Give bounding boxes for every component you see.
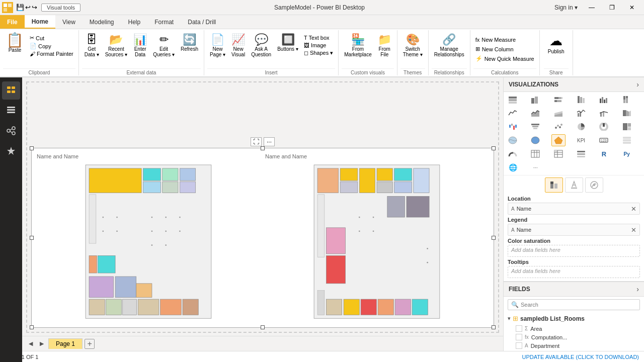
tab-view[interactable]: View <box>55 15 83 29</box>
new-page-btn[interactable]: 📄 NewPage ▾ <box>207 32 228 58</box>
shapes-btn[interactable]: ◻Shapes ▾ <box>302 49 335 57</box>
tab-file[interactable]: File <box>0 15 25 29</box>
get-data-btn[interactable]: 🗄 GetData ▾ <box>82 32 102 58</box>
more-options-btn[interactable]: ··· <box>264 137 275 146</box>
tab-help[interactable]: Help <box>121 15 148 29</box>
field-department-check[interactable] <box>516 342 522 349</box>
field-computation-check[interactable] <box>516 334 522 340</box>
buttons-btn[interactable]: 🔲 Buttons ▾ <box>275 32 301 53</box>
close-btn[interactable]: ✕ <box>622 0 642 15</box>
from-marketplace-btn[interactable]: 🏪 FromMarketplace <box>342 32 374 58</box>
viz-donut[interactable] <box>597 121 611 133</box>
new-measure-btn[interactable]: fxNew Measure <box>473 36 536 44</box>
enter-data-btn[interactable]: 📊 EnterData <box>131 32 149 58</box>
resize-handle-corner-tl[interactable] <box>30 146 34 150</box>
viz-funnel[interactable] <box>528 121 542 133</box>
viz-pie[interactable] <box>574 121 588 133</box>
viz-clustered-col[interactable] <box>597 94 611 106</box>
field-department[interactable]: A Department <box>512 341 644 350</box>
recent-sources-btn[interactable]: 📂 RecentSources ▾ <box>103 32 130 58</box>
viz-analytics-tab[interactable] <box>585 177 603 193</box>
viz-kpi[interactable]: KPI <box>574 134 588 146</box>
viz-python[interactable]: Py <box>620 148 634 160</box>
refresh-btn[interactable]: 🔄 Refresh <box>178 32 201 53</box>
viz-stacked-area[interactable] <box>551 107 566 119</box>
page-prev-btn[interactable]: ◀ <box>26 339 35 348</box>
viz-card[interactable]: 123 <box>597 134 611 146</box>
fields-search-box[interactable]: 🔍 <box>508 299 640 310</box>
viz-filled-map[interactable] <box>528 134 542 146</box>
viz-format-tab[interactable] <box>565 177 583 193</box>
tab-data-drill[interactable]: Data / Drill <box>181 15 223 29</box>
fields-panel-expand[interactable]: › <box>636 285 639 293</box>
new-quick-measure-btn[interactable]: ⚡New Quick Measure <box>473 54 536 63</box>
viz-stacked-bar[interactable] <box>506 94 520 106</box>
viz-gauge[interactable] <box>506 148 520 160</box>
report-view-icon[interactable] <box>2 81 20 100</box>
viz-clustered-bar[interactable] <box>528 94 542 106</box>
image-btn[interactable]: 🖼Image <box>302 42 335 49</box>
status-update[interactable]: UPDATE AVAILABLE (CLICK TO DOWNLOAD) <box>522 354 639 360</box>
page-1-tab[interactable]: Page 1 <box>48 338 83 349</box>
location-x-btn[interactable]: ✕ <box>631 205 636 213</box>
resize-handle-corner-br[interactable] <box>492 325 496 329</box>
paste-btn[interactable]: 📋 Paste <box>3 32 27 54</box>
color-saturation-drop[interactable]: Add data fields here <box>508 245 640 257</box>
viz-scatter[interactable] <box>551 121 566 133</box>
resize-handle-left[interactable] <box>30 236 34 240</box>
resize-handle-top[interactable] <box>261 146 265 150</box>
copy-btn[interactable]: 📄Copy <box>28 42 75 50</box>
new-visual-btn[interactable]: 📈 NewVisual <box>229 32 248 58</box>
viz-slicer[interactable] <box>574 148 588 160</box>
field-area[interactable]: Σ Area <box>512 324 644 333</box>
field-area-check[interactable] <box>516 325 522 332</box>
viz-map[interactable] <box>506 134 520 146</box>
minimize-btn[interactable]: — <box>582 0 602 15</box>
model-view-icon[interactable] <box>2 122 20 140</box>
location-drop[interactable]: A Name ✕ <box>508 203 640 215</box>
legend-x-btn[interactable]: ✕ <box>631 226 636 234</box>
tab-modeling[interactable]: Modeling <box>83 15 121 29</box>
viz-waterfall[interactable] <box>506 121 520 133</box>
add-page-btn[interactable]: + <box>85 339 95 349</box>
viz-line-stacked[interactable] <box>597 107 611 119</box>
viz-treemap[interactable] <box>620 121 634 133</box>
expand-visual-btn[interactable]: ⛶ <box>251 137 262 146</box>
tooltips-drop[interactable]: Add data fields here <box>508 266 640 278</box>
sign-in-btn[interactable]: Sign in ▾ <box>554 4 578 11</box>
viz-stacked-col[interactable] <box>574 94 588 106</box>
viz-area[interactable] <box>528 107 542 119</box>
fields-search-input[interactable] <box>521 302 636 308</box>
tab-format[interactable]: Format <box>147 15 181 29</box>
viz-line[interactable] <box>506 107 520 119</box>
edit-queries-btn[interactable]: ✏ EditQueries ▾ <box>150 32 177 58</box>
viz-100-bar[interactable] <box>551 94 566 106</box>
resize-handle-corner-tr[interactable] <box>492 146 496 150</box>
viz-line-clustered[interactable] <box>574 107 588 119</box>
resize-handle-corner-bl[interactable] <box>30 325 34 329</box>
restore-btn[interactable]: ❐ <box>602 0 622 15</box>
switch-theme-btn[interactable]: 🎨 SwitchTheme ▾ <box>400 32 425 58</box>
resize-handle-right[interactable] <box>492 236 496 240</box>
new-column-btn[interactable]: ⊞New Column <box>473 45 536 53</box>
viz-shape-map[interactable] <box>551 134 566 146</box>
viz-100-col[interactable] <box>620 94 634 106</box>
viz-build-tab[interactable] <box>545 177 563 193</box>
from-file-btn[interactable]: 📁 FromFile <box>375 32 394 58</box>
viz-multirow-card[interactable] <box>620 134 634 146</box>
page-next-btn[interactable]: ▶ <box>37 339 46 348</box>
text-box-btn[interactable]: TText box <box>302 34 335 41</box>
viz-ribbon[interactable] <box>620 107 634 119</box>
viz-globe[interactable]: 🌐 <box>506 161 520 173</box>
viz-r-script[interactable]: R <box>597 148 611 160</box>
insights-icon[interactable] <box>2 142 20 160</box>
table-header[interactable]: ▾ ⊞ sampledb List_Rooms <box>504 313 644 324</box>
publish-btn[interactable]: ☁ Publish <box>544 32 569 55</box>
viz-panel-expand[interactable]: › <box>636 80 639 88</box>
viz-table[interactable] <box>528 148 542 160</box>
viz-matrix[interactable] <box>551 148 566 160</box>
cut-btn[interactable]: ✂Cut <box>28 34 75 42</box>
legend-drop[interactable]: A Name ✕ <box>508 224 640 236</box>
format-painter-btn[interactable]: 🖌Format Painter <box>28 50 75 57</box>
resize-handle-bottom[interactable] <box>261 325 265 329</box>
